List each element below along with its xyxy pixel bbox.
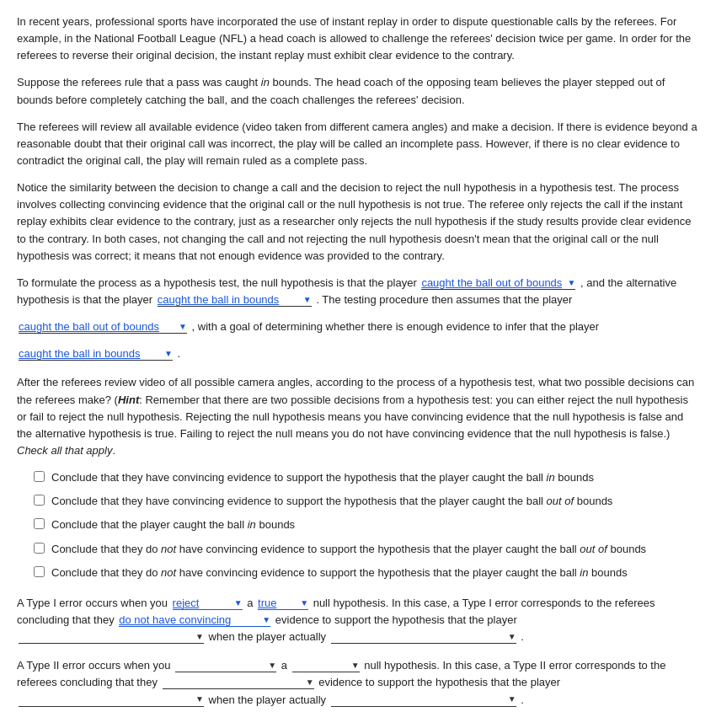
checkbox-label-5[interactable]: Conclude that they do not have convincin… — [51, 565, 628, 581]
paragraph-3: The referees will review all available e… — [17, 119, 699, 169]
type-i-blank2[interactable]: caught the ball out of bounds caught the… — [331, 630, 516, 644]
checkbox-1[interactable] — [34, 471, 45, 482]
procedure-assumption-arrow: ▼ — [179, 320, 187, 334]
checkbox-3[interactable] — [34, 518, 45, 529]
type-i-blank1[interactable]: caught the ball out of bounds caught the… — [19, 630, 204, 644]
paragraph-2: Suppose the referees rule that a pass wa… — [17, 74, 699, 108]
checkbox-item-5: Conclude that they do not have convincin… — [34, 565, 699, 581]
checkbox-item-2: Conclude that they have convincing evide… — [34, 493, 699, 510]
type-ii-blank1-select[interactable]: caught the ball out of bounds caught the… — [19, 693, 173, 706]
paragraph-4: Notice the similarity between the decisi… — [17, 179, 699, 265]
checkbox-label-4[interactable]: Conclude that they do not have convincin… — [51, 541, 646, 558]
goal-infer-dropdown[interactable]: caught the ball in bounds caught the bal… — [19, 347, 173, 361]
type-i-blank2-select[interactable]: caught the ball out of bounds caught the… — [331, 630, 485, 643]
type-ii-text: A Type II error occurs when you reject f… — [17, 657, 699, 708]
hypothesis-section: To formulate the process as a hypothesis… — [17, 275, 699, 363]
decisions-question: After the referees review video of all p… — [17, 374, 699, 459]
type-ii-blank2-select[interactable]: caught the ball out of bounds caught the… — [331, 693, 485, 706]
type-ii-dd1[interactable]: reject fail to reject ▼ — [175, 659, 276, 672]
type-ii-arrow-3: ▼ — [306, 676, 314, 689]
type-ii-blank1[interactable]: caught the ball out of bounds caught the… — [19, 693, 204, 707]
type-ii-dd2[interactable]: true false ▼ — [292, 659, 360, 672]
null-hypothesis-dropdown[interactable]: caught the ball out of bounds caught the… — [421, 276, 575, 290]
type-ii-select-3[interactable]: do not have convincing have convincing — [163, 676, 288, 688]
type-i-error-section: A Type I error occurs when you reject fa… — [17, 595, 699, 645]
type-ii-blank2-arrow: ▼ — [508, 693, 516, 706]
type-i-select-3[interactable]: do not have convincing have convincing — [119, 613, 244, 626]
null-hypothesis-select[interactable]: caught the ball out of bounds caught the… — [421, 276, 575, 289]
type-ii-blank2[interactable]: caught the ball out of bounds caught the… — [331, 693, 516, 707]
type-ii-blank1-arrow: ▼ — [195, 693, 204, 706]
procedure-assumption-dropdown[interactable]: caught the ball out of bounds caught the… — [19, 320, 187, 334]
type-i-text: A Type I error occurs when you reject fa… — [17, 595, 699, 645]
checkbox-item-1: Conclude that they have convincing evide… — [34, 469, 699, 486]
page-content: In recent years, professional sports hav… — [17, 13, 699, 709]
decisions-section: After the referees review video of all p… — [17, 374, 699, 581]
checkbox-list: Conclude that they have convincing evide… — [34, 469, 699, 581]
paragraph-1: In recent years, professional sports hav… — [17, 13, 699, 64]
goal-infer-select[interactable]: caught the ball in bounds caught the bal… — [19, 347, 173, 360]
type-i-dd1[interactable]: reject fail to reject ▼ — [173, 597, 243, 610]
procedure-assumption-select[interactable]: caught the ball out of bounds caught the… — [19, 320, 173, 333]
checkbox-label-1[interactable]: Conclude that they have convincing evide… — [51, 469, 594, 486]
type-ii-select-1[interactable]: reject fail to reject — [175, 659, 245, 672]
type-ii-select-2[interactable]: true false — [292, 659, 360, 672]
hint-label: Hint — [118, 393, 139, 406]
type-i-arrow-3: ▼ — [262, 613, 270, 627]
type-i-blank1-arrow: ▼ — [195, 630, 204, 644]
alternative-hypothesis-select[interactable]: caught the ball in bounds caught the bal… — [158, 293, 312, 306]
alternative-hypothesis-dropdown[interactable]: caught the ball in bounds caught the bal… — [158, 293, 312, 307]
checkbox-label-3[interactable]: Conclude that the player caught the ball… — [51, 517, 295, 533]
checkbox-2[interactable] — [34, 495, 45, 506]
type-ii-dd3[interactable]: do not have convincing have convincing ▼ — [163, 676, 314, 689]
checkbox-4[interactable] — [34, 543, 45, 554]
check-all: Check all that apply — [17, 444, 112, 457]
type-i-dd3[interactable]: do not have convincing have convincing ▼ — [119, 613, 270, 627]
hypothesis-text: To formulate the process as a hypothesis… — [17, 275, 699, 308]
type-ii-error-section: A Type II error occurs when you reject f… — [17, 657, 699, 708]
type-i-select-2[interactable]: true false — [258, 597, 308, 609]
hypothesis-text-3: caught the ball in bounds caught the bal… — [17, 345, 699, 362]
type-ii-arrow-1: ▼ — [268, 659, 276, 672]
checkbox-item-4: Conclude that they do not have convincin… — [34, 541, 699, 558]
type-i-dd2[interactable]: true false ▼ — [258, 597, 308, 610]
type-i-select-1[interactable]: reject fail to reject — [173, 597, 243, 609]
type-i-blank2-arrow: ▼ — [508, 630, 516, 644]
checkbox-label-2[interactable]: Conclude that they have convincing evide… — [51, 493, 612, 510]
hypothesis-text-2: caught the ball out of bounds caught the… — [17, 318, 699, 335]
checkbox-item-3: Conclude that the player caught the ball… — [34, 517, 699, 533]
type-i-blank1-select[interactable]: caught the ball out of bounds caught the… — [19, 630, 173, 643]
checkbox-5[interactable] — [34, 566, 45, 577]
